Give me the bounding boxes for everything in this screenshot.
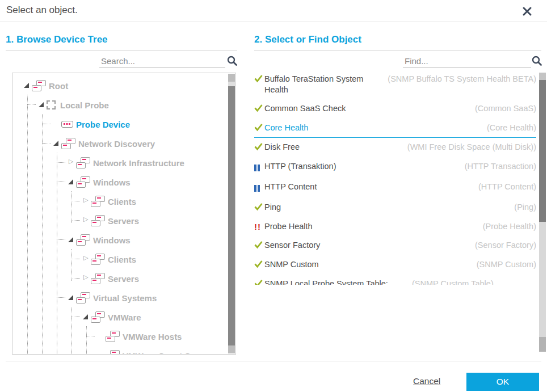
status-ok-icon xyxy=(254,123,264,134)
tree-node-windows[interactable]: Windows xyxy=(12,230,229,250)
cancel-button[interactable]: Cancel xyxy=(413,376,440,386)
object-type: (SNMP Buffalo TS System Health BETA) xyxy=(388,74,536,85)
object-type: (Sensor Factory) xyxy=(475,240,536,251)
object-name: Core Health xyxy=(264,123,487,133)
group-icon xyxy=(76,176,90,188)
group-icon xyxy=(106,350,120,355)
tree-node-network-infrastructure[interactable]: Network Infrastructure xyxy=(12,153,229,172)
tree-node-label: Local Probe xyxy=(60,100,109,110)
status-ok-icon xyxy=(254,203,264,213)
expand-closed-icon[interactable] xyxy=(82,255,91,263)
tree-node-clients[interactable]: Clients xyxy=(12,192,229,211)
tree-node-root[interactable]: Root xyxy=(12,76,229,95)
object-row-common-saas-check[interactable]: Common SaaS Check (Common SaaS) xyxy=(254,103,536,115)
expand-open-icon[interactable] xyxy=(52,140,61,147)
find-icon xyxy=(531,55,542,66)
object-list-scrollbar[interactable] xyxy=(539,73,546,352)
expand-spacer xyxy=(96,332,106,340)
object-name: Disk Free xyxy=(264,142,407,153)
expand-open-icon[interactable] xyxy=(82,313,91,321)
object-type: (HTTP Content) xyxy=(478,182,536,192)
group-icon xyxy=(32,80,46,91)
expand-open-icon[interactable] xyxy=(37,101,47,109)
group-icon xyxy=(61,138,75,149)
object-row-http-content[interactable]: HTTP Content (HTTP Content) xyxy=(254,182,536,194)
object-row-probe-health[interactable]: !! Probe Health (Probe Health) xyxy=(254,221,536,232)
tree-node-windows[interactable]: Windows xyxy=(12,172,229,192)
object-row-buffalo-terastation[interactable]: Buffalo TeraStation System Health (SNMP … xyxy=(254,74,536,95)
object-name: HTTP Content xyxy=(264,182,478,192)
tree-node-label: Clients xyxy=(108,255,136,264)
expand-spacer xyxy=(52,120,61,128)
tree-scrollbar[interactable] xyxy=(228,74,235,353)
expand-open-icon[interactable] xyxy=(67,294,76,302)
status-error-icon: !! xyxy=(254,222,264,231)
tree-node-vmware-guest[interactable]: VMWare Guest S xyxy=(12,346,229,355)
status-ok-icon xyxy=(254,104,264,115)
expand-closed-icon[interactable] xyxy=(67,159,76,167)
footer-divider xyxy=(6,361,541,361)
dialog-title: Select an object. xyxy=(6,5,78,16)
object-name: Ping xyxy=(264,202,514,213)
tree-node-local-probe[interactable]: Local Probe xyxy=(12,95,229,115)
group-icon xyxy=(91,254,105,265)
tree-node-network-discovery[interactable]: Network Discovery xyxy=(12,134,229,153)
object-row-sensor-factory[interactable]: Sensor Factory (Sensor Factory) xyxy=(254,240,536,251)
object-row-core-health[interactable]: Core Health (Core Health) xyxy=(254,123,536,138)
tree-node-virtual-systems[interactable]: Virtual Systems xyxy=(12,288,229,307)
tree-node-label: Probe Device xyxy=(76,120,130,129)
status-ok-icon xyxy=(254,260,264,271)
scrollbar-thumb[interactable] xyxy=(539,80,546,222)
object-name: Common SaaS Check xyxy=(264,103,475,114)
status-paused-icon xyxy=(254,162,264,174)
scrollbar-cap xyxy=(228,74,235,82)
device-tree-panel: Root Local Probe Probe Device Network Di… xyxy=(12,73,236,355)
tree-node-label: VMWare xyxy=(108,313,141,322)
object-name: Sensor Factory xyxy=(264,240,475,251)
expand-closed-icon[interactable] xyxy=(82,217,91,225)
search-icon xyxy=(226,55,238,66)
object-type: (HTTP Transaction) xyxy=(465,161,536,172)
object-row-ping[interactable]: Ping (Ping) xyxy=(254,202,536,213)
group-icon xyxy=(91,273,105,284)
right-section-heading: 2. Select or Find Object xyxy=(254,34,541,51)
tree-node-vmware[interactable]: VMWare xyxy=(12,307,229,327)
object-row-snmp-local-probe-table[interactable]: SNMP Local Probe System Table: hrDiskSto… xyxy=(254,279,536,285)
tree-node-label: VMWare Hosts xyxy=(123,332,182,342)
tree-node-probe-device[interactable]: Probe Device xyxy=(12,115,229,134)
group-icon xyxy=(106,331,120,342)
tree-node-clients[interactable]: Clients xyxy=(12,250,229,269)
find-input[interactable] xyxy=(403,54,531,68)
tree-node-label: Clients xyxy=(108,197,136,206)
scrollbar-thumb[interactable] xyxy=(228,86,235,347)
object-row-snmp-custom[interactable]: SNMP Custom (SNMP Custom) xyxy=(254,259,536,271)
expand-closed-icon[interactable] xyxy=(82,275,91,283)
object-row-http-transaktion[interactable]: HTTP (Transaktion) (HTTP Transaction) xyxy=(254,161,536,174)
status-ok-icon xyxy=(254,279,264,285)
expand-closed-icon[interactable] xyxy=(82,197,91,205)
expand-open-icon[interactable] xyxy=(23,82,32,90)
ok-button[interactable]: OK xyxy=(466,373,539,391)
object-name: Probe Health xyxy=(264,221,483,232)
tree-node-label: Servers xyxy=(108,216,139,226)
tree-node-vmware-hosts[interactable]: VMWare Hosts xyxy=(12,327,229,346)
tree-node-label: Root xyxy=(49,81,68,91)
scrollbar-cap xyxy=(539,337,546,352)
device-icon xyxy=(61,121,73,128)
status-ok-icon xyxy=(254,241,264,251)
tree-node-label: Servers xyxy=(108,274,139,284)
close-icon[interactable] xyxy=(521,5,533,18)
scrollbar-cap xyxy=(228,345,235,353)
tree-node-label: Network Discovery xyxy=(78,139,155,149)
object-type: (Ping) xyxy=(514,202,536,213)
expand-open-icon[interactable] xyxy=(67,178,76,186)
tree-node-servers[interactable]: Servers xyxy=(12,269,229,288)
object-row-disk-free[interactable]: Disk Free (WMI Free Disk Space (Multi Di… xyxy=(254,142,536,153)
search-input[interactable] xyxy=(99,54,225,68)
object-type: (Probe Health) xyxy=(483,221,536,232)
object-type: (Common SaaS) xyxy=(475,103,536,114)
object-list: Buffalo TeraStation System Health (SNMP … xyxy=(254,74,536,285)
tree-node-servers[interactable]: Servers xyxy=(12,211,229,230)
object-type: (SNMP Custom) xyxy=(477,259,536,270)
expand-open-icon[interactable] xyxy=(67,236,76,244)
